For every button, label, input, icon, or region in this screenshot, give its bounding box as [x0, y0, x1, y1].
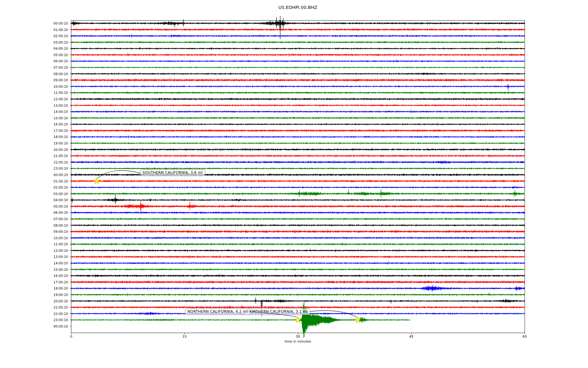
row-time-label: 05:00:10	[0, 204, 68, 209]
annotation-text: NORTHERN CALIFORNIA, 4.2 ml	[187, 309, 248, 314]
row-time-label: 15:00:10	[0, 267, 68, 272]
row-time-label: 16:00:10	[0, 122, 68, 126]
row-time-label: 21:00:10	[0, 305, 68, 309]
row-time-label: 13:00:10	[0, 103, 68, 108]
row-time-label: 10:00:10	[0, 236, 68, 240]
x-tick-label: 45	[409, 335, 413, 339]
annotation-northern-california-4-2: NORTHERN CALIFORNIA, 4.2 ml	[185, 308, 250, 315]
row-time-label: 10:00:10	[0, 84, 68, 89]
row-time-label: 12:00:10	[0, 97, 68, 101]
row-time-label: 00:00:10	[0, 21, 68, 25]
annotation-text: SOUTHERN CALIFORNIA, 3.6 ml	[142, 170, 203, 175]
x-tick-label: 60	[523, 335, 527, 339]
row-time-label: 09:00:10	[0, 229, 68, 234]
row-time-label: 22:00:10	[0, 160, 68, 164]
row-time-label: 04:00:10	[0, 46, 68, 51]
row-time-label: 11:00:10	[0, 242, 68, 246]
row-time-label: 03:00:10	[0, 192, 68, 196]
annotation-text: NORTHERN CALIFORNIA, 3.1 ml	[247, 309, 308, 314]
row-time-label: 23:00:10	[0, 166, 68, 171]
row-time-label: 11:00:10	[0, 90, 68, 95]
x-axis-label: time in minutes	[71, 339, 525, 343]
row-time-label: 17:00:10	[0, 128, 68, 133]
row-time-label: 21:00:10	[0, 154, 68, 158]
x-tick-label: 0	[70, 335, 72, 339]
annotation-southern-california-3-6: SOUTHERN CALIFORNIA, 3.6 ml	[140, 169, 205, 176]
row-time-label: 00:00:10	[0, 173, 68, 177]
row-time-label: 23:00:10	[0, 318, 68, 322]
row-time-label: 02:00:10	[0, 34, 68, 38]
x-tick-label: 30	[296, 335, 300, 339]
row-time-label: 00:00:10	[0, 324, 68, 328]
row-time-label: 14:00:10	[0, 109, 68, 114]
annotation-northern-california-3-1: NORTHERN CALIFORNIA, 3.1 ml	[245, 308, 310, 315]
helicorder-screenshot: US.EDHPI.00.BHZ 00:00:1001:00:1002:00:10…	[0, 0, 588, 368]
row-time-label: 20:00:10	[0, 299, 68, 303]
row-time-label: 06:00:10	[0, 59, 68, 63]
row-time-label: 16:00:10	[0, 274, 68, 278]
row-time-label: 01:00:10	[0, 179, 68, 183]
x-tick-label: 15	[183, 335, 187, 339]
row-time-label: 14:00:10	[0, 261, 68, 265]
row-time-label: 18:00:10	[0, 135, 68, 139]
row-time-label: 20:00:10	[0, 148, 68, 152]
row-time-label: 09:00:10	[0, 78, 68, 82]
row-time-label: 19:00:10	[0, 293, 68, 297]
row-time-label: 02:00:10	[0, 185, 68, 190]
row-time-label: 07:00:10	[0, 217, 68, 221]
row-time-label: 08:00:10	[0, 72, 68, 76]
row-time-label: 22:00:10	[0, 312, 68, 316]
row-time-label: 06:00:10	[0, 210, 68, 215]
row-time-label: 12:00:10	[0, 248, 68, 253]
row-time-label: 03:00:10	[0, 40, 68, 44]
row-time-label: 07:00:10	[0, 65, 68, 70]
row-time-label: 13:00:10	[0, 255, 68, 259]
row-time-label: 19:00:10	[0, 141, 68, 145]
row-time-label: 08:00:10	[0, 223, 68, 228]
row-time-label: 15:00:10	[0, 116, 68, 120]
row-time-label: 04:00:10	[0, 198, 68, 202]
row-time-label: 05:00:10	[0, 53, 68, 57]
plot-title: US.EDHPI.00.BHZ	[71, 5, 525, 10]
row-time-label: 17:00:10	[0, 280, 68, 284]
row-time-label: 18:00:10	[0, 286, 68, 290]
row-time-label: 01:00:10	[0, 28, 68, 32]
